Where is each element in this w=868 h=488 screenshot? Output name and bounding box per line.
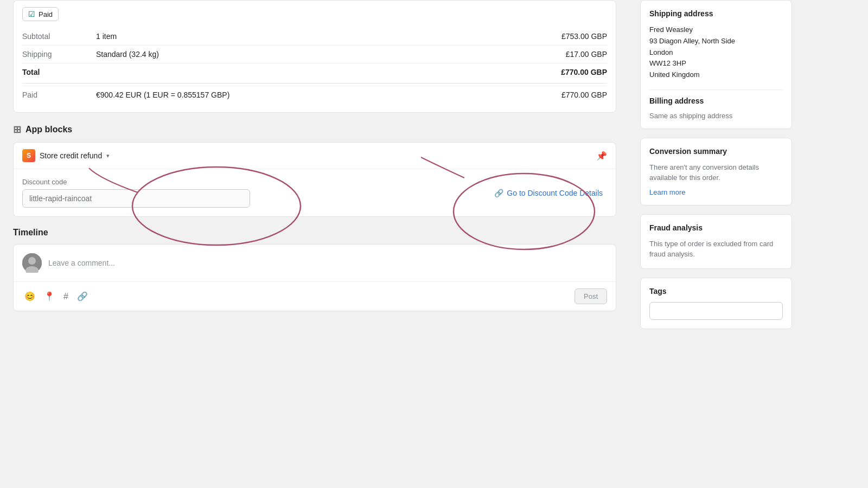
subtotal-items: 1 item xyxy=(87,32,561,41)
app-blocks-icon: ⊞ xyxy=(13,124,21,136)
comment-row: Leave a comment... xyxy=(14,245,616,282)
avatar xyxy=(22,253,42,273)
fraud-title: Fraud analysis xyxy=(649,223,783,232)
timeline-tag-btn[interactable]: # xyxy=(61,290,71,304)
app-block-card: S Store credit refund ▾ 📌 Discount code … xyxy=(13,142,616,217)
app-blocks-header: ⊞ App blocks xyxy=(13,124,616,136)
shipping-address1: 93 Diagon Alley, North Side xyxy=(649,36,783,47)
conversion-summary-card: Conversion summary There aren't any conv… xyxy=(640,138,792,206)
timeline-label: Timeline xyxy=(13,228,48,237)
app-blocks-label: App blocks xyxy=(25,125,72,134)
timeline-pin-btn[interactable]: 📍 xyxy=(42,289,57,304)
goto-discount-text: Go to Discount Code Details xyxy=(507,189,603,197)
billing-title: Billing address xyxy=(649,97,783,105)
paid-conversion: €900.42 EUR (1 EUR = 0.855157 GBP) xyxy=(87,91,561,99)
shipping-country: United Kingdom xyxy=(649,69,783,81)
fraud-text: This type of order is excluded from card… xyxy=(649,239,783,260)
discount-section: Discount code xyxy=(22,178,250,208)
paid-row: Paid €900.42 EUR (1 EUR = 0.855157 GBP) … xyxy=(22,86,607,104)
subtotal-amount: £753.00 GBP xyxy=(561,32,607,41)
app-block-name: Store credit refund xyxy=(40,151,102,160)
pin-icon[interactable]: 📌 xyxy=(596,151,607,161)
total-row: Total £770.00 GBP xyxy=(22,63,607,81)
tags-title: Tags xyxy=(649,287,783,296)
app-block-body: Discount code 🔗 Go to Discount Code Deta… xyxy=(14,169,616,216)
comment-placeholder[interactable]: Leave a comment... xyxy=(48,259,607,267)
app-block-header: S Store credit refund ▾ 📌 xyxy=(14,143,616,169)
sidebar: Shipping address Fred Weasley 93 Diagon … xyxy=(629,0,803,488)
shipping-address: Fred Weasley 93 Diagon Alley, North Side… xyxy=(649,24,783,81)
app-blocks-annotation-container: S Store credit refund ▾ 📌 Discount code … xyxy=(13,142,616,217)
check-icon: ☑ xyxy=(28,10,35,18)
subtotal-row: Subtotal 1 item £753.00 GBP xyxy=(22,28,607,45)
shipping-label: Shipping xyxy=(22,50,87,59)
avatar-image xyxy=(22,253,42,273)
order-summary-card: ☑ Paid Subtotal 1 item £753.00 GBP Shipp… xyxy=(13,0,616,113)
subtotal-label: Subtotal xyxy=(22,32,87,41)
timeline-actions: 😊 📍 # 🔗 Post xyxy=(14,282,616,311)
paid-amount: £770.00 GBP xyxy=(561,91,607,99)
fraud-analysis-card: Fraud analysis This type of order is exc… xyxy=(640,214,792,269)
tags-card: Tags xyxy=(640,278,792,329)
paid-badge: ☑ Paid xyxy=(22,7,59,21)
paid-badge-label: Paid xyxy=(39,10,53,18)
shipping-title: Shipping address xyxy=(649,9,783,18)
shipping-method: Standard (32.4 kg) xyxy=(87,50,566,59)
link-icon: 🔗 xyxy=(494,189,503,197)
summary-rows: Subtotal 1 item £753.00 GBP Shipping Sta… xyxy=(14,28,616,112)
total-label: Total xyxy=(22,68,87,76)
goto-discount-link[interactable]: 🔗 Go to Discount Code Details xyxy=(494,189,607,197)
tags-input[interactable] xyxy=(649,302,783,320)
store-credit-icon: S xyxy=(22,149,35,162)
shipping-address-card: Shipping address Fred Weasley 93 Diagon … xyxy=(640,0,792,129)
timeline-card: Leave a comment... 😊 📍 # 🔗 Post xyxy=(13,244,616,311)
shipping-name: Fred Weasley xyxy=(649,24,783,36)
timeline-header: Timeline xyxy=(13,228,616,237)
timeline-link-btn[interactable]: 🔗 xyxy=(75,289,90,304)
learn-more-link[interactable]: Learn more xyxy=(649,188,685,196)
shipping-postcode: WW12 3HP xyxy=(649,58,783,69)
shipping-amount: £17.00 GBP xyxy=(566,50,607,59)
post-button[interactable]: Post xyxy=(575,288,607,304)
svg-point-3 xyxy=(28,257,36,265)
total-amount: £770.00 GBP xyxy=(561,68,607,76)
shipping-row: Shipping Standard (32.4 kg) £17.00 GBP xyxy=(22,45,607,63)
paid-label: Paid xyxy=(22,91,87,99)
discount-code-label: Discount code xyxy=(22,178,250,186)
app-block-dropdown-arrow[interactable]: ▾ xyxy=(106,152,110,159)
timeline-emoji-btn[interactable]: 😊 xyxy=(22,289,37,304)
conversion-text: There aren't any conversion details avai… xyxy=(649,162,783,183)
billing-same-as: Same as shipping address xyxy=(649,112,783,120)
conversion-title: Conversion summary xyxy=(649,147,783,156)
summary-header: ☑ Paid xyxy=(14,1,616,28)
shipping-city: London xyxy=(649,47,783,59)
app-block-title: S Store credit refund ▾ xyxy=(22,149,110,162)
discount-code-input[interactable] xyxy=(22,189,250,208)
